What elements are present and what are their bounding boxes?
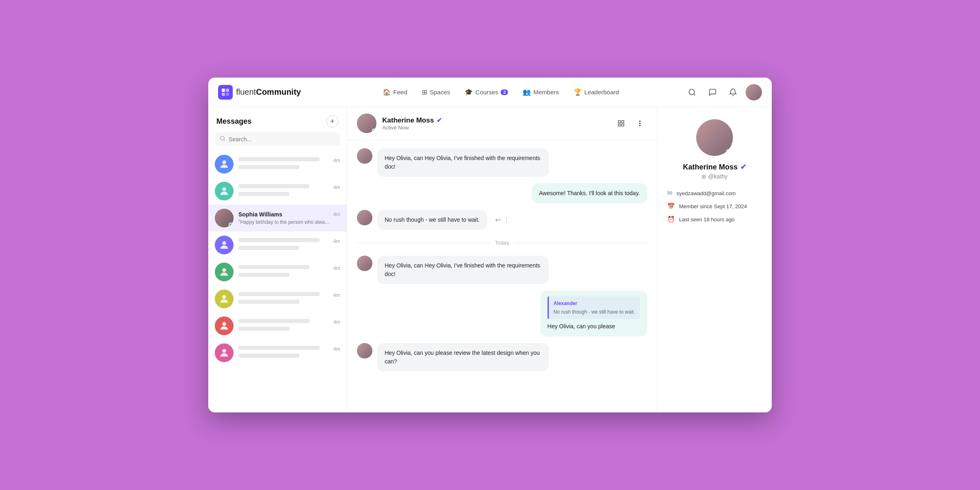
- courses-icon: 🎓: [465, 88, 473, 96]
- skeleton-preview: [238, 192, 290, 196]
- profile-verified-icon: ✔: [740, 163, 746, 172]
- chat-header-actions: [614, 116, 647, 131]
- top-nav: fluentCommunity 🏠 Feed ⊞ Spaces 🎓 Course…: [208, 78, 772, 107]
- list-item[interactable]: 4m: [208, 151, 347, 178]
- add-message-button[interactable]: +: [326, 115, 339, 127]
- nav-members-label: Members: [533, 89, 559, 96]
- nav-leaderboard-label: Leaderboard: [584, 89, 619, 96]
- svg-rect-15: [618, 120, 620, 122]
- contact-time: 4m: [333, 319, 340, 325]
- list-item[interactable]: 4m: [208, 232, 347, 258]
- list-item[interactable]: 4m: [208, 312, 347, 339]
- contact-time: 4m: [333, 212, 340, 217]
- notifications-button[interactable]: [725, 85, 741, 100]
- nav-members[interactable]: 👥 Members: [516, 85, 566, 99]
- online-indicator: [372, 129, 376, 133]
- contact-info: 4m: [238, 265, 340, 279]
- skeleton-name: [238, 319, 310, 323]
- svg-rect-2: [222, 93, 225, 96]
- logo-text: fluentCommunity: [236, 87, 301, 97]
- more-message-options-icon[interactable]: ⋮: [503, 216, 510, 224]
- skeleton-preview: [238, 165, 299, 169]
- svg-point-6: [220, 136, 224, 140]
- table-row: Awesome! Thanks. I'll look at this today…: [357, 183, 647, 203]
- profile-last-seen-row: ⏰ Last seen 18 hours ago: [667, 216, 762, 223]
- nav-feed[interactable]: 🏠 Feed: [376, 85, 414, 99]
- list-item[interactable]: 4m: [208, 258, 347, 285]
- user-avatar-nav[interactable]: [746, 84, 762, 100]
- profile-member-since-row: 📅 Member since Sept 17, 2024: [667, 203, 762, 210]
- svg-point-8: [222, 160, 226, 164]
- date-divider: Today: [357, 240, 647, 246]
- contact-info: 4m: [238, 292, 340, 306]
- chat-header: Katherine Moss ✔ Active Now: [347, 107, 657, 140]
- logo-area: fluentCommunity: [218, 85, 301, 100]
- svg-point-12: [222, 295, 226, 299]
- avatar: [357, 210, 372, 225]
- email-icon: ✉: [667, 189, 673, 197]
- svg-line-7: [224, 140, 225, 141]
- avatar: [215, 209, 234, 227]
- contact-time: 4m: [333, 265, 340, 271]
- profile-name: Katherine Moss ✔: [683, 163, 746, 172]
- nav-leaderboard[interactable]: 🏆 Leaderboard: [567, 85, 626, 99]
- sidebar-title: Messages: [216, 117, 252, 126]
- avatar: [215, 263, 234, 281]
- chat-area: Katherine Moss ✔ Active Now: [347, 107, 657, 412]
- list-item[interactable]: 4m: [208, 285, 347, 312]
- skeleton-preview: [238, 300, 299, 304]
- chat-contact-name: Katherine Moss ✔: [382, 116, 614, 125]
- skeleton-name: [238, 292, 320, 296]
- avatar: [215, 236, 234, 254]
- messages-button[interactable]: [705, 85, 720, 100]
- chat-contact-status: Active Now: [382, 125, 614, 131]
- contact-info: 4m: [238, 157, 340, 171]
- table-row: Hey Olivia, can Hey Olivia, I've finishe…: [357, 256, 647, 284]
- skeleton-preview: [238, 327, 290, 331]
- table-row: No rush though - we still have to wait. …: [357, 210, 647, 230]
- search-input[interactable]: [229, 136, 335, 143]
- contact-info: Sophia Williams 4m "Happy birthday to th…: [238, 211, 340, 225]
- svg-point-21: [639, 125, 640, 126]
- contact-info: 4m: [238, 346, 340, 360]
- clock-icon: ⏰: [667, 216, 675, 223]
- list-item-sophia[interactable]: Sophia Williams 4m "Happy birthday to th…: [208, 205, 347, 232]
- svg-point-9: [222, 187, 226, 191]
- contact-list: 4m 4m: [208, 151, 347, 412]
- courses-badge: 3: [501, 89, 508, 95]
- profile-member-since: Member since Sept 17, 2024: [679, 203, 747, 209]
- nav-spaces[interactable]: ⊞ Spaces: [415, 85, 457, 99]
- svg-rect-3: [226, 93, 229, 96]
- more-options-button[interactable]: [633, 116, 647, 131]
- search-button[interactable]: [684, 85, 700, 100]
- contact-info: 4m: [238, 238, 340, 252]
- nav-courses[interactable]: 🎓 Courses 3: [458, 85, 514, 99]
- table-row: Hey Olivia, can Hey Olivia, I've finishe…: [357, 148, 647, 177]
- list-item[interactable]: 4m: [208, 339, 347, 366]
- chat-messages: Hey Olivia, can Hey Olivia, I've finishe…: [347, 140, 657, 412]
- nav-spaces-label: Spaces: [430, 89, 450, 96]
- contact-preview: "Happy birthday to the person who alwa..…: [238, 219, 340, 225]
- svg-point-19: [639, 121, 640, 122]
- svg-line-5: [694, 94, 695, 95]
- contact-time: 4m: [333, 158, 340, 163]
- reply-icon[interactable]: ↩: [495, 216, 501, 224]
- search-box[interactable]: [215, 132, 340, 146]
- members-icon: 👥: [523, 88, 531, 96]
- nav-feed-label: Feed: [393, 89, 407, 96]
- expand-button[interactable]: [614, 116, 628, 131]
- contact-info: 4m: [238, 184, 340, 198]
- contact-name: Sophia Williams: [238, 211, 282, 218]
- skeleton-preview: [238, 246, 299, 250]
- profile-last-seen: Last seen 18 hours ago: [679, 216, 735, 223]
- nav-links: 🏠 Feed ⊞ Spaces 🎓 Courses 3 👥 Members 🏆 …: [317, 85, 684, 99]
- profile-online-indicator: [726, 149, 732, 155]
- spaces-icon: ⊞: [422, 88, 427, 96]
- skeleton-preview: [238, 273, 290, 277]
- profile-email-row: ✉ syedzawadd@gmail.com: [667, 189, 762, 197]
- list-item[interactable]: 4m: [208, 178, 347, 205]
- leaderboard-icon: 🏆: [574, 88, 582, 96]
- contact-time: 4m: [333, 292, 340, 298]
- svg-point-11: [222, 268, 226, 272]
- contact-time: 4m: [333, 185, 340, 190]
